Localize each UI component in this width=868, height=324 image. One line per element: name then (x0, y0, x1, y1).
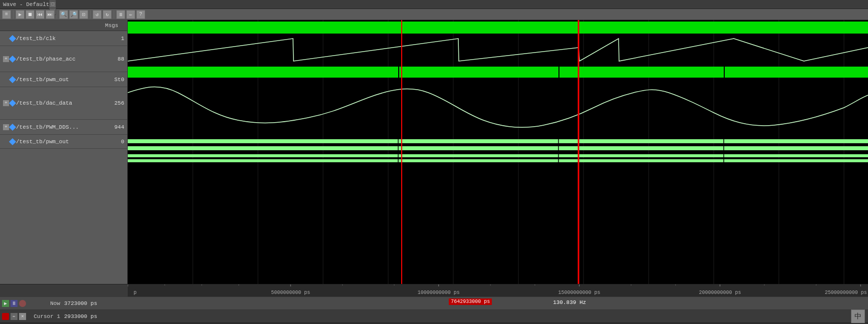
signal-row-pwm-out: /test_tb/pwm_out St0 (0, 72, 127, 87)
svg-rect-12 (128, 22, 868, 34)
cursor1-del-icon[interactable]: ✕ (19, 313, 26, 320)
svg-rect-14 (398, 67, 399, 78)
svg-rect-15 (558, 67, 559, 78)
toolbar-zoomout-icon[interactable]: 🔎 (69, 10, 78, 19)
svg-rect-23 (128, 159, 868, 162)
tick-label-0: p (134, 290, 137, 295)
signal-value-clk: 1 (102, 36, 124, 42)
title-bar: Wave - Default ─ □ ✕ (0, 0, 868, 9)
signal-row-pwm-out2: /test_tb/pwm_out 0 (0, 135, 127, 149)
cursor1-edit-icon[interactable]: ✏ (11, 313, 18, 320)
toolbar-menu-icon[interactable]: ≡ (2, 10, 11, 19)
signal-row-pwm-dds: + /test_tb/PWM_DDS... 944 (0, 120, 127, 135)
toolbar-fwd-icon[interactable]: ⏭ (46, 10, 55, 19)
toolbar-undo-icon[interactable]: ↺ (93, 10, 102, 19)
icon-circle[interactable] (19, 300, 26, 307)
toolbar-sep-3 (90, 11, 91, 19)
toolbar-run-icon[interactable]: ▶ (16, 10, 25, 19)
signal-panel-header: Msgs (0, 20, 127, 31)
signal-value-dac-data: 256 (102, 100, 124, 106)
expand-phase-acc[interactable]: + (3, 56, 9, 62)
cn-button[interactable]: 中 (851, 309, 865, 323)
svg-rect-16 (724, 67, 725, 78)
expand-dac-data[interactable]: + (3, 100, 9, 106)
cursor1-marker-label: 7642933000 ps (449, 298, 492, 305)
signal-row-clk: /test_tb/clk 1 (0, 31, 127, 46)
signal-name-pwm-out2: /test_tb/pwm_out (16, 139, 101, 145)
signal-name-pwm-out: /test_tb/pwm_out (16, 77, 101, 83)
svg-rect-0 (128, 20, 868, 284)
signal-value-phase-acc: 88 (102, 56, 124, 62)
tick-label-5g: 5000000000 ps (271, 290, 310, 295)
signal-name-clk: /test_tb/clk (16, 36, 101, 42)
cursor1-time-marker: 7642933000 ps (449, 298, 492, 305)
tick-label-15g: 15000000000 ps (558, 290, 601, 295)
toolbar: ≡ ▶ ⏹ ⏮ ⏭ 🔍 🔎 ⊡ ↺ ↻ ≣ ✏ ? (0, 9, 868, 20)
status-row-now: ▶ ⏸ Now 3723000 ps 7642933000 ps 130.839… (0, 297, 868, 310)
signal-name-dac-data: /test_tb/dac_data (16, 100, 101, 106)
wave-panel[interactable] (128, 20, 868, 284)
signal-name-pwm-dds: /test_tb/PWM_DDS... (16, 124, 101, 130)
status-bar: p 5000000000 ps 10000000000 ps 150000000… (0, 284, 868, 324)
tick-label-20g: 20000000000 ps (699, 290, 741, 295)
toolbar-sep-2 (57, 11, 57, 19)
now-label: Now (30, 300, 60, 306)
toolbar-stop-icon[interactable]: ⏹ (26, 10, 35, 19)
toolbar-sep-1 (13, 11, 14, 19)
svg-rect-22 (128, 154, 868, 157)
msgs-header-label: Msgs (99, 23, 124, 29)
cn-button-container: 中 (851, 309, 865, 323)
cursor1-value: 2933000 ps (64, 313, 97, 319)
cursor1-label: Cursor 1 (30, 313, 60, 319)
toolbar-back-icon[interactable]: ⏮ (36, 10, 45, 19)
svg-rect-13 (128, 67, 868, 78)
signal-name-phase-acc: /test_tb/phase_acc (16, 56, 101, 62)
tick-label-10g: 10000000000 ps (418, 290, 460, 295)
toolbar-list-icon[interactable]: ≣ (116, 10, 125, 19)
cursor1-red-icon (2, 313, 9, 320)
signal-value-pwm-dds: 944 (102, 124, 124, 130)
signal-row-dac-data: + /test_tb/dac_data 256 (0, 87, 127, 120)
svg-rect-17 (128, 139, 868, 143)
bottom-icons: ▶ ⏸ (2, 300, 26, 307)
icon-pause[interactable]: ⏸ (11, 300, 18, 307)
toolbar-edit-icon[interactable]: ✏ (126, 10, 135, 19)
signal-value-pwm-out: St0 (102, 77, 124, 83)
expand-pwm-dds[interactable]: + (3, 124, 9, 130)
main-area: Msgs /test_tb/clk 1 + /test_tb/phase_acc (0, 20, 868, 284)
toolbar-redo-icon[interactable]: ↻ (103, 10, 112, 19)
svg-rect-18 (128, 146, 868, 150)
tick-label-25g: 25000000000 ps (825, 290, 867, 295)
signal-panel: Msgs /test_tb/clk 1 + /test_tb/phase_acc (0, 20, 128, 284)
toolbar-sep-4 (114, 11, 114, 19)
time-scale-bar: p 5000000000 ps 10000000000 ps 150000000… (128, 284, 868, 297)
signal-value-pwm-out2: 0 (102, 139, 124, 145)
toolbar-zoomin-icon[interactable]: 🔍 (59, 10, 68, 19)
waveform-svg (128, 20, 868, 284)
frequency-label: 130.839 Hz (553, 299, 586, 305)
cursor1-row: ✏ ✕ Cursor 1 2933000 ps 中 (0, 310, 868, 323)
now-value: 3723000 ps (64, 300, 97, 306)
maximize-button[interactable]: □ (49, 1, 56, 8)
signal-row-phase-acc: + /test_tb/phase_acc 88 (0, 46, 127, 72)
window-title: Wave - Default (3, 2, 49, 8)
signal-rows-container: /test_tb/clk 1 + /test_tb/phase_acc 88 (0, 31, 127, 149)
toolbar-help-icon[interactable]: ? (136, 10, 145, 19)
toolbar-zoom-fit-icon[interactable]: ⊡ (79, 10, 88, 19)
icon-run[interactable]: ▶ (2, 300, 9, 307)
